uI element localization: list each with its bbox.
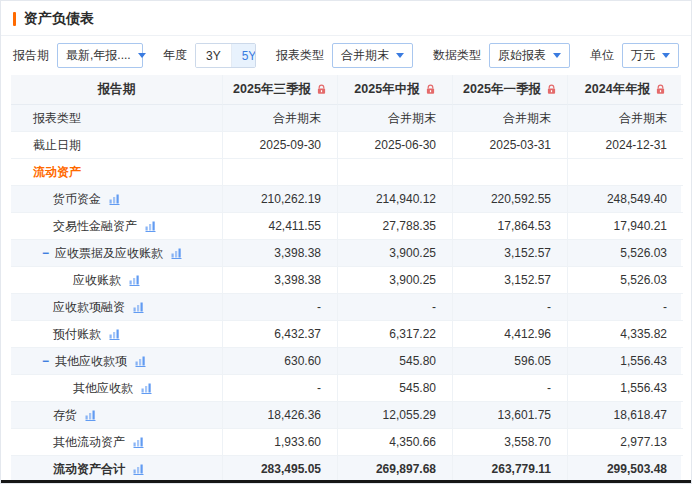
row-value-cell: 3,900.25 [338,240,453,267]
row-value-cell [568,159,683,186]
row-value-cell: 596.05 [453,348,568,375]
table-body: 报表类型合并期末合并期末合并期末合并期末截止日期2025-09-302025-0… [11,105,681,483]
balance-sheet-table: 报告期2025年三季报2025年中报2025年一季报2024年年报 报表类型合并… [11,75,681,483]
collapse-minus-icon[interactable]: − [42,247,49,259]
table-row: 应收款项融资---- [11,294,681,321]
row-value-cell: 2,977.13 [568,429,683,456]
header-period-3: 2024年年报 [568,75,683,105]
row-value-cell: - [453,294,568,321]
data-type-select[interactable]: 原始报表 [489,43,570,68]
row-label-cell: 报表类型 [11,105,223,132]
lock-icon[interactable] [546,84,557,95]
mini-bar-chart-icon[interactable] [109,329,121,340]
row-label: 其他应收款项 [55,353,127,370]
row-label: 货币资金 [53,191,101,208]
year-range-group: 3Y 5Y 10Y 起始 至 结束 [195,43,256,68]
statement-type-value: 合并期末 [341,47,389,64]
header-period-label: 2025年三季报 [233,81,311,98]
row-label-cell: 存货 [11,402,223,429]
header-period-label: 2024年年报 [585,81,650,98]
row-value-cell: 1,556.43 [568,375,683,402]
unit-select[interactable]: 万元 [622,43,679,68]
header-period-1: 2025年中报 [338,75,453,105]
row-label-cell: 流动资产 [11,159,223,186]
row-value-cell: 283,495.05 [223,456,338,483]
row-label-cell: 流动资产合计 [11,456,223,483]
row-value-cell: 2024-12-31 [568,132,683,159]
mini-bar-chart-icon[interactable] [141,383,153,394]
mini-bar-chart-icon[interactable] [129,275,141,286]
row-value-cell: 3,152.57 [453,240,568,267]
row-label-cell: 其他应收款 [11,375,223,402]
table-row: 存货18,426.3612,055.2913,601.7518,618.47 [11,402,681,429]
mini-bar-chart-icon[interactable] [133,437,145,448]
header-period-2: 2025年一季报 [453,75,568,105]
table-row: 货币资金210,262.19214,940.12220,592.55248,54… [11,186,681,213]
mini-bar-chart-icon[interactable] [135,356,147,367]
row-label-cell: 预付账款 [11,321,223,348]
statement-type-select[interactable]: 合并期末 [332,43,413,68]
row-value-cell: 合并期末 [338,105,453,132]
row-value-cell: 3,152.57 [453,267,568,294]
row-value-cell: 263,779.11 [453,456,568,483]
row-value-cell: 42,411.55 [223,213,338,240]
row-value-cell: 220,592.55 [453,186,568,213]
row-value-cell: 269,897.68 [338,456,453,483]
year-option-5y[interactable]: 5Y [232,44,256,67]
year-option-3y[interactable]: 3Y [196,44,232,67]
filter-bar: 报告期 最新,年报.... 年度 3Y 5Y 10Y 起始 至 结束 报表类型 … [1,35,691,75]
row-label: 其他流动资产 [53,434,125,451]
row-label-cell: 其他流动资产 [11,429,223,456]
mini-bar-chart-icon[interactable] [133,464,145,475]
row-value-cell: 27,788.35 [338,213,453,240]
chevron-down-icon [396,53,404,58]
row-label: 报表类型 [33,110,81,127]
lock-icon[interactable] [425,84,436,95]
mini-bar-chart-icon[interactable] [85,410,97,421]
collapse-minus-icon[interactable]: − [42,355,49,367]
header-period-label: 2025年一季报 [463,81,541,98]
row-label-cell: 应收款项融资 [11,294,223,321]
row-value-cell: 5,526.03 [568,240,683,267]
page-title: 资产负债表 [24,10,94,28]
row-value-cell: - [568,294,683,321]
bottom-edge-bar [1,480,691,483]
row-value-cell: 214,940.12 [338,186,453,213]
row-label-cell: 交易性金融资产 [11,213,223,240]
table-row: 流动资产 [11,159,681,186]
row-value-cell: 2025-06-30 [338,132,453,159]
row-label: 截止日期 [33,137,81,154]
report-period-label: 报告期 [13,47,49,64]
report-period-value: 最新,年报.... [66,47,131,64]
row-value-cell [338,159,453,186]
data-type-value: 原始报表 [498,47,546,64]
row-label-cell: 截止日期 [11,132,223,159]
row-value-cell: 3,900.25 [338,267,453,294]
row-label: 应收账款 [73,272,121,289]
row-label: 应收票据及应收账款 [55,245,163,262]
row-value-cell: 合并期末 [453,105,568,132]
lock-icon[interactable] [655,84,666,95]
row-label: 流动资产合计 [53,461,125,478]
row-label-cell: −应收票据及应收账款 [11,240,223,267]
lock-icon[interactable] [316,84,327,95]
row-label: 交易性金融资产 [53,218,137,235]
row-label: 流动资产 [33,164,81,181]
row-value-cell: 6,432.37 [223,321,338,348]
mini-bar-chart-icon[interactable] [109,194,121,205]
report-period-select[interactable]: 最新,年报.... [57,43,143,68]
row-value-cell: 18,618.47 [568,402,683,429]
row-value-cell [223,159,338,186]
chevron-down-icon [553,53,561,58]
row-value-cell: 248,549.40 [568,186,683,213]
row-label: 应收款项融资 [53,299,125,316]
mini-bar-chart-icon[interactable] [171,248,183,259]
table-row: 应收账款3,398.383,900.253,152.575,526.03 [11,267,681,294]
header-period-label: 2025年中报 [354,81,419,98]
mini-bar-chart-icon[interactable] [133,302,145,313]
row-value-cell: 630.60 [223,348,338,375]
mini-bar-chart-icon[interactable] [145,221,157,232]
table-row: −应收票据及应收账款3,398.383,900.253,152.575,526.… [11,240,681,267]
row-value-cell: 3,558.70 [453,429,568,456]
row-value-cell: 299,503.48 [568,456,683,483]
